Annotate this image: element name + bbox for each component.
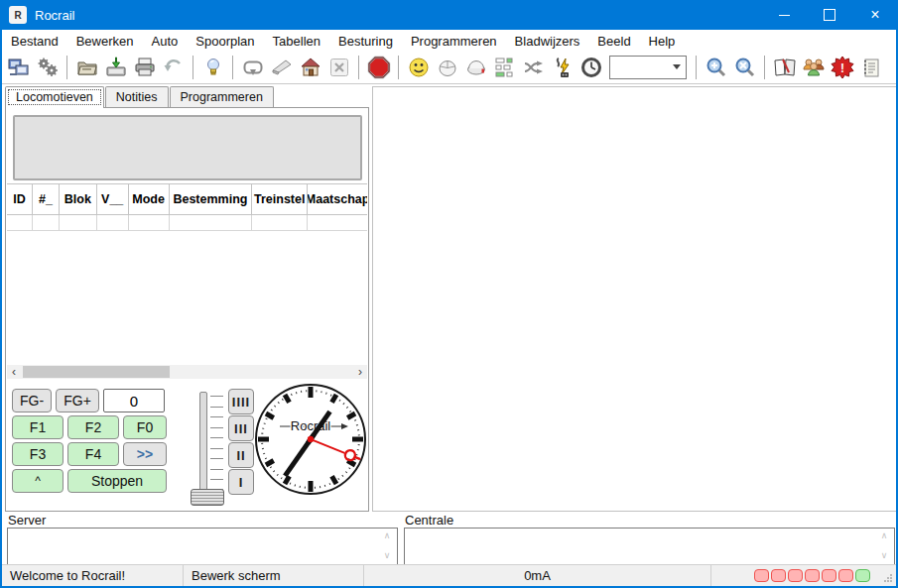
led-indicator xyxy=(754,569,769,582)
menu-auto[interactable]: Auto xyxy=(143,31,188,52)
menu-programmeren[interactable]: Programmeren xyxy=(402,31,506,52)
minimize-button[interactable] xyxy=(761,0,807,30)
col-address[interactable]: #_ xyxy=(33,183,60,215)
slider-ticks xyxy=(210,396,223,491)
fg-minus-button[interactable]: FG- xyxy=(12,389,52,412)
users-button[interactable] xyxy=(799,54,828,81)
issue-alert-button[interactable]: ! xyxy=(828,54,856,81)
maximize-button[interactable] xyxy=(807,0,852,30)
menu-beeld[interactable]: Beeld xyxy=(588,31,639,52)
server-log[interactable]: ∧∨ xyxy=(7,528,398,565)
save-button[interactable] xyxy=(101,54,130,81)
tab-programmeren[interactable]: Programmeren xyxy=(170,86,274,108)
slider-handle[interactable] xyxy=(191,489,224,506)
step4-button[interactable]: IIII xyxy=(228,389,254,414)
led-indicator xyxy=(855,569,870,582)
loc-table-hscrollbar[interactable]: ‹ › xyxy=(7,365,367,379)
loop-button[interactable] xyxy=(238,54,267,81)
menu-help[interactable]: Help xyxy=(640,31,685,52)
col-mode[interactable]: Mode xyxy=(129,183,170,215)
window-title: Rocrail xyxy=(35,8,74,23)
close-tab-button[interactable] xyxy=(324,54,353,81)
menu-tabellen[interactable]: Tabellen xyxy=(264,31,329,52)
eraser-icon xyxy=(271,57,293,78)
tab-notities[interactable]: Notities xyxy=(105,86,169,108)
f1-button[interactable]: F1 xyxy=(12,415,64,439)
scroll-right-icon[interactable]: › xyxy=(353,365,367,379)
step2-button[interactable]: II xyxy=(228,442,254,468)
settings-gears-icon xyxy=(37,57,59,78)
sensor-led-strip xyxy=(754,569,870,582)
scrollbar-thumb[interactable] xyxy=(23,366,170,378)
more-functions-button[interactable]: >> xyxy=(123,442,167,466)
led-indicator xyxy=(805,569,820,582)
menu-spoorplan[interactable]: Spoorplan xyxy=(187,31,263,52)
analog-clock: Rocrail xyxy=(254,383,367,496)
f0-button[interactable]: F0 xyxy=(123,415,167,439)
toolbar-separator xyxy=(398,56,399,79)
zoom-reset-button[interactable] xyxy=(730,54,759,81)
toolbar: ! xyxy=(2,52,896,84)
f2-button[interactable]: F2 xyxy=(67,415,119,439)
open-file-button[interactable] xyxy=(72,54,101,81)
menu-besturing[interactable]: Besturing xyxy=(329,31,402,52)
menu-bladwijzers[interactable]: Bladwijzers xyxy=(506,31,589,52)
zoom-in-button[interactable] xyxy=(702,54,730,81)
speed-slider[interactable] xyxy=(191,390,224,505)
col-maatschappij[interactable]: Maatschap xyxy=(308,183,367,215)
central-log-scroll[interactable]: ∧∨ xyxy=(877,530,891,560)
central-label: Centrale xyxy=(405,513,453,528)
server-log-scroll[interactable]: ∧∨ xyxy=(380,530,394,560)
col-bestemming[interactable]: Bestemming xyxy=(170,183,253,215)
home-button[interactable] xyxy=(296,54,324,81)
f4-button[interactable]: F4 xyxy=(67,442,119,466)
col-blok[interactable]: Blok xyxy=(60,183,97,215)
direction-button[interactable]: ^ xyxy=(12,469,64,493)
fast-clock-button[interactable] xyxy=(577,54,605,81)
step3-button[interactable]: III xyxy=(228,415,254,441)
app-icon: R xyxy=(9,6,27,24)
manual-button[interactable] xyxy=(770,54,799,81)
router-button[interactable] xyxy=(519,54,548,81)
col-v[interactable]: V__ xyxy=(97,183,129,215)
col-treinstel[interactable]: Treinstel xyxy=(252,183,308,215)
eraser-button[interactable] xyxy=(267,54,296,81)
f3-button[interactable]: F3 xyxy=(12,442,64,466)
close-box-icon xyxy=(328,57,350,78)
router-icon xyxy=(523,57,545,78)
menu-bewerken[interactable]: Bewerken xyxy=(67,31,143,52)
settings-button[interactable] xyxy=(33,54,62,81)
step1-button[interactable]: I xyxy=(228,469,254,495)
workstation-button[interactable] xyxy=(4,54,33,81)
statusbar: Welcome to Rocrail! Bewerk scherm 0mA xyxy=(2,564,896,586)
power-lamp-icon xyxy=(202,57,224,78)
stop-button[interactable]: Stoppen xyxy=(67,469,167,493)
release-notes-button[interactable] xyxy=(856,54,885,81)
col-id[interactable]: ID xyxy=(7,183,33,215)
blocks-button[interactable] xyxy=(490,54,519,81)
scroll-left-icon[interactable]: ‹ xyxy=(7,365,21,379)
emergency-stop-button[interactable] xyxy=(364,54,393,81)
power-booster-button[interactable] xyxy=(548,54,577,81)
open-file-icon xyxy=(76,57,98,78)
print-button[interactable] xyxy=(130,54,159,81)
throttle-dial-button[interactable] xyxy=(461,54,490,81)
mouse-button[interactable] xyxy=(433,54,461,81)
undo-button[interactable] xyxy=(159,54,188,81)
smiley-button[interactable] xyxy=(404,54,433,81)
led-indicator xyxy=(838,569,853,582)
resize-grip[interactable] xyxy=(883,573,893,583)
power-lamp-button[interactable] xyxy=(198,54,227,81)
menu-bestand[interactable]: Bestand xyxy=(2,31,67,52)
fg-plus-button[interactable]: FG+ xyxy=(56,389,99,412)
central-log[interactable]: ∧∨ xyxy=(404,528,895,565)
undo-icon xyxy=(163,57,185,78)
chevron-up-icon: ∧ xyxy=(881,530,888,540)
tab-locomotieven[interactable]: Locomotieven xyxy=(5,86,104,108)
titlebar: R Rocrail × xyxy=(0,0,898,30)
trackplan-canvas[interactable] xyxy=(372,86,898,512)
menubar: Bestand Bewerken Auto Spoorplan Tabellen… xyxy=(2,30,896,52)
close-button[interactable]: × xyxy=(852,0,898,30)
speed-input[interactable] xyxy=(103,389,165,412)
loco-combobox[interactable] xyxy=(609,56,687,79)
